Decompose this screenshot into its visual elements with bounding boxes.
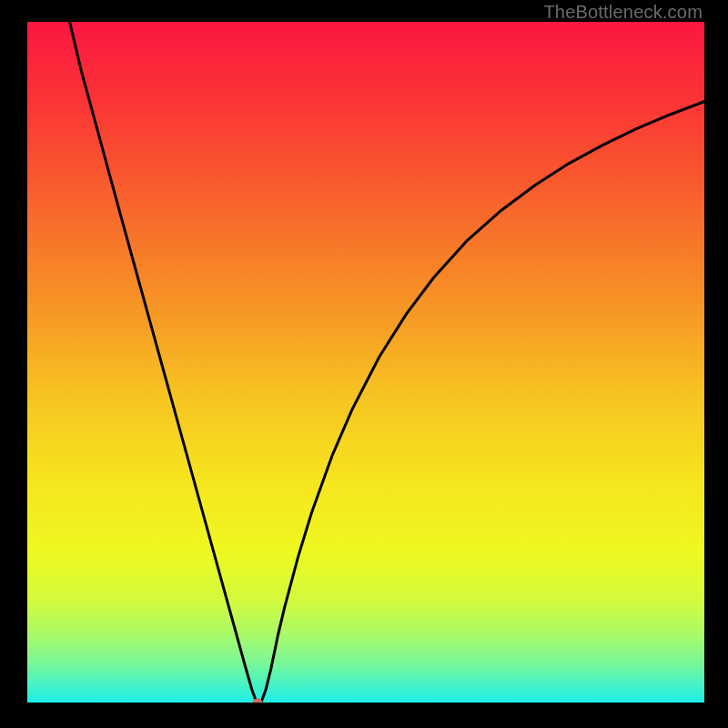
chart-svg bbox=[0, 0, 728, 728]
plot-background bbox=[27, 22, 704, 703]
border-left bbox=[0, 0, 27, 728]
border-bottom bbox=[0, 703, 728, 728]
chart-container: TheBottleneck.com bbox=[0, 0, 728, 728]
watermark-text: TheBottleneck.com bbox=[543, 2, 703, 23]
border-right bbox=[704, 0, 728, 728]
